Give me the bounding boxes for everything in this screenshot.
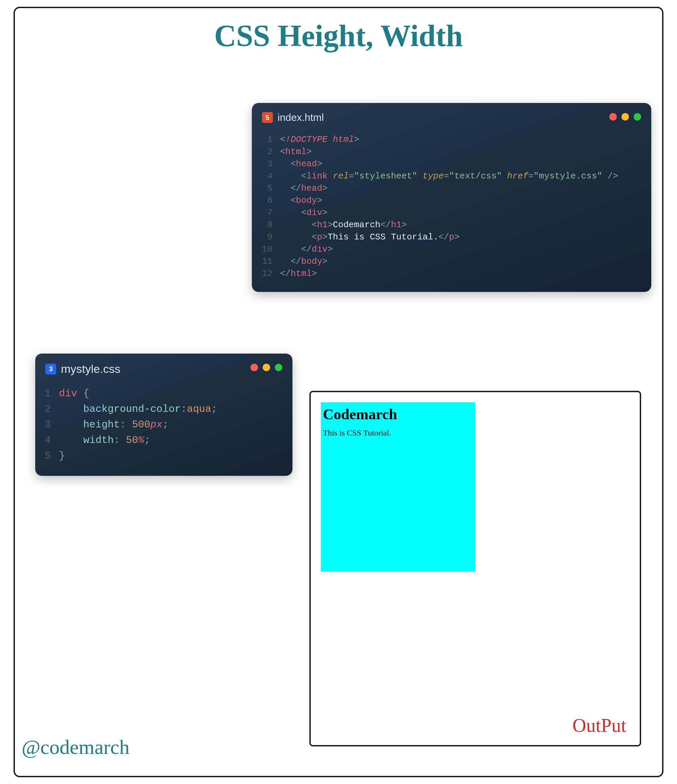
code-line: height: 500px;: [59, 417, 217, 432]
line-number: 5: [43, 448, 59, 464]
output-preview: Codemarch This is CSS Tutorial. OutPut: [309, 391, 641, 747]
document-frame: CSS Height, Width 5 index.html 1 <!DOCTY…: [14, 7, 663, 777]
code-line: <p>This is CSS Tutorial.</p>: [280, 231, 618, 243]
editor-filename: mystyle.css: [61, 362, 121, 376]
line-number: 2: [43, 401, 59, 417]
window-controls: [250, 364, 282, 371]
rendered-div: Codemarch This is CSS Tutorial.: [321, 402, 475, 572]
line-number: 4: [260, 170, 280, 182]
code-lines: 1 div { 2 background-color:aqua; 3 heigh…: [43, 386, 217, 464]
line-number: 11: [260, 255, 280, 268]
line-number: 2: [260, 146, 280, 158]
code-line: </html>: [280, 268, 618, 280]
maximize-icon[interactable]: [634, 113, 641, 121]
code-line: </div>: [280, 243, 618, 255]
page-title: CSS Height, Width: [15, 18, 662, 53]
code-line: <html>: [280, 146, 618, 158]
line-number: 6: [260, 194, 280, 207]
line-number: 3: [43, 417, 59, 432]
output-viewport: Codemarch This is CSS Tutorial.: [321, 402, 630, 735]
code-editor-html: 5 index.html 1 <!DOCTYPE html> 2 <html> …: [252, 103, 651, 292]
code-editor-css: 3 mystyle.css 1 div { 2 background-color…: [35, 353, 292, 476]
code-line: <h1>Codemarch</h1>: [280, 219, 618, 231]
line-number: 10: [260, 243, 280, 255]
window-controls: [609, 113, 641, 121]
editor-header: 5 index.html: [252, 103, 651, 127]
output-label: OutPut: [572, 715, 626, 736]
code-line: background-color:aqua;: [59, 401, 217, 417]
maximize-icon[interactable]: [275, 364, 282, 371]
editor-header: 3 mystyle.css: [35, 353, 292, 379]
editor-filename: index.html: [278, 112, 324, 123]
author-handle: @codemarch: [22, 736, 129, 759]
close-icon[interactable]: [609, 113, 617, 121]
code-line: }: [59, 448, 217, 464]
code-line: <link rel="stylesheet" type="text/css" h…: [280, 170, 618, 182]
line-number: 7: [260, 207, 280, 219]
code-line: width: 50%;: [59, 432, 217, 448]
code-line: <head>: [280, 158, 618, 170]
css3-icon: 3: [45, 364, 56, 375]
line-number: 3: [260, 158, 280, 170]
code-lines: 1 <!DOCTYPE html> 2 <html> 3 <head> 4 <l…: [260, 134, 618, 280]
line-number: 5: [260, 182, 280, 194]
line-number: 1: [43, 386, 59, 401]
close-icon[interactable]: [250, 364, 258, 371]
line-number: 12: [260, 268, 280, 280]
code-line: </head>: [280, 182, 618, 194]
html5-icon: 5: [262, 112, 273, 123]
line-number: 8: [260, 219, 280, 231]
line-number: 4: [43, 432, 59, 448]
code-line: <div>: [280, 207, 618, 219]
code-line: div {: [59, 386, 217, 401]
minimize-icon[interactable]: [263, 364, 270, 371]
code-line: </body>: [280, 255, 618, 268]
line-number: 1: [260, 134, 280, 146]
rendered-paragraph: This is CSS Tutorial.: [323, 428, 473, 437]
rendered-heading: Codemarch: [323, 406, 473, 423]
minimize-icon[interactable]: [621, 113, 629, 121]
code-line: <!DOCTYPE html>: [280, 134, 618, 146]
line-number: 9: [260, 231, 280, 243]
code-line: <body>: [280, 194, 618, 207]
